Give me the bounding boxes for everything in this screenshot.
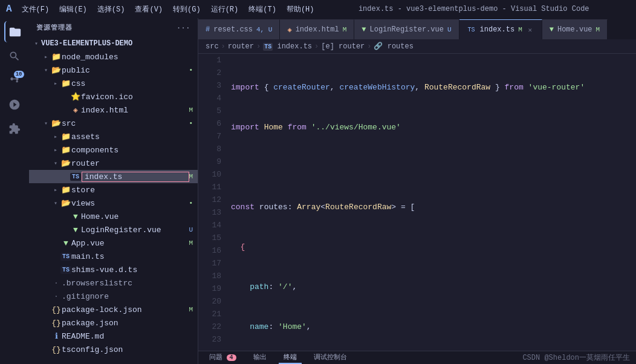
- vue-icon: ▼: [70, 212, 81, 221]
- code-line-5: {: [229, 241, 636, 253]
- sidebar-item-shims[interactable]: TS shims-vue.d.ts: [29, 263, 198, 276]
- status-right: CSDN @Sheldon一莫烟雨任平生: [522, 353, 630, 363]
- search-icon[interactable]: [4, 45, 25, 67]
- expand-arrow: ▾: [41, 120, 51, 127]
- json-icon: {}: [51, 345, 62, 354]
- tab-home-vue[interactable]: ▼ Home.vue M: [542, 19, 608, 39]
- status-tabs: 问题 4 输出 终端 调试控制台: [204, 351, 352, 364]
- sidebar-item-favicon[interactable]: ⭐ favicon.ico: [29, 90, 198, 103]
- file-badge: M: [189, 106, 193, 114]
- explorer-icon[interactable]: [4, 21, 25, 42]
- output-tab[interactable]: 输出: [248, 351, 271, 364]
- menu-select[interactable]: 选择(S): [94, 3, 129, 16]
- html-icon: ◈: [287, 25, 291, 34]
- tab-index-ts[interactable]: TS index.ts M ✕: [459, 19, 542, 39]
- ts-icon: TS: [70, 173, 81, 181]
- file-icon: ·: [51, 279, 62, 288]
- debug-console-tab[interactable]: 调试控制台: [309, 351, 352, 364]
- ts-icon: TS: [60, 266, 71, 274]
- file-badge: M: [189, 173, 193, 180]
- sidebar-item-app-vue[interactable]: ▼ App.vue M: [29, 236, 198, 250]
- folder-icon: 📁: [60, 145, 71, 155]
- file-badge: •: [189, 200, 193, 207]
- sidebar-item-components[interactable]: ▸ 📁 components: [29, 143, 198, 157]
- expand-arrow: ▾: [51, 160, 60, 167]
- sidebar-item-src[interactable]: ▾ 📂 src •: [29, 117, 198, 130]
- extensions-icon[interactable]: [4, 118, 25, 139]
- folder-icon: 📁: [60, 185, 71, 195]
- tab-reset-css[interactable]: # reset.css 4, U: [198, 19, 280, 39]
- vue-icon: ▼: [550, 25, 554, 34]
- menu-run[interactable]: 运行(R): [207, 3, 242, 16]
- file-tree: ▾ VUE3-ELEMENTPLUS-DEMO ▸ 📁 node_modules…: [29, 37, 198, 364]
- problem-count-badge: 4: [227, 354, 236, 361]
- tab-login-vue[interactable]: ▼ LoginRegister.vue U: [354, 19, 459, 39]
- ts-icon: TS: [60, 253, 71, 261]
- file-icon: ·: [51, 292, 62, 301]
- sidebar-item-views[interactable]: ▾ 📂 views •: [29, 197, 198, 210]
- expand-arrow: ▾: [41, 67, 51, 74]
- code-editor[interactable]: 12345 678910 1112131415 1617181920 21222…: [198, 54, 636, 351]
- expand-arrow: ▸: [51, 133, 60, 140]
- vue-icon: ▼: [70, 226, 81, 235]
- sidebar-item-package-json[interactable]: {} package.json: [29, 316, 198, 330]
- window-title: index.ts - vue3-elementplus-demo - Visua…: [359, 5, 589, 13]
- sidebar-item-package-lock[interactable]: {} package-lock.json M: [29, 303, 198, 316]
- vue-icon: ▼: [60, 239, 71, 248]
- line-numbers: 12345 678910 1112131415 1617181920 21222…: [198, 54, 229, 351]
- sidebar-item-main-ts[interactable]: TS main.ts: [29, 250, 198, 263]
- app-logo: A: [6, 4, 12, 15]
- folder-open-icon: 📂: [60, 158, 71, 168]
- code-line-7: name: 'Home',: [229, 320, 636, 333]
- close-tab-button[interactable]: ✕: [526, 25, 534, 34]
- code-line-2: import Home from '../views/Home.vue': [229, 121, 636, 134]
- file-badge: M: [189, 239, 193, 247]
- sidebar-item-router[interactable]: ▾ 📂 router: [29, 157, 198, 170]
- sidebar-item-index-html[interactable]: ◈ index.html M: [29, 103, 198, 117]
- sidebar-item-browserslist[interactable]: · .browserslistrc: [29, 276, 198, 290]
- folder-icon: 📁: [51, 52, 62, 62]
- sidebar-item-gitignore[interactable]: · .gitignore: [29, 290, 198, 303]
- menu-goto[interactable]: 转到(G): [169, 3, 204, 16]
- sidebar-item-readme[interactable]: ℹ README.md: [29, 330, 198, 343]
- menu-bar[interactable]: 文件(F) 编辑(E) 选择(S) 查看(V) 转到(G) 运行(R) 终端(T…: [18, 3, 318, 16]
- terminal-tab[interactable]: 终端: [279, 351, 302, 364]
- sidebar-item-root[interactable]: ▾ VUE3-ELEMENTPLUS-DEMO: [29, 37, 198, 50]
- menu-terminal[interactable]: 终端(T): [245, 3, 280, 16]
- title-bar: A 文件(F) 编辑(E) 选择(S) 查看(V) 转到(G) 运行(R) 终端…: [0, 0, 636, 18]
- source-control-icon[interactable]: 10: [4, 70, 25, 91]
- sidebar-item-css[interactable]: ▸ 📁 css: [29, 77, 198, 90]
- ts-icon: TS: [467, 26, 476, 34]
- code-line-6: path: '/',: [229, 281, 636, 293]
- code-line-3: [229, 161, 636, 174]
- favicon-icon: ⭐: [70, 92, 81, 102]
- sidebar-item-tsconfig[interactable]: {} tsconfig.json: [29, 343, 198, 356]
- sidebar-item-store[interactable]: ▸ 📁 store: [29, 183, 198, 197]
- sidebar: 资源管理器 ··· ▾ VUE3-ELEMENTPLUS-DEMO ▸ 📁 no…: [29, 18, 198, 364]
- menu-help[interactable]: 帮助(H): [283, 3, 318, 16]
- menu-view[interactable]: 查看(V): [131, 3, 166, 16]
- sidebar-item-home-vue[interactable]: ▼ Home.vue: [29, 210, 198, 223]
- run-debug-icon[interactable]: [4, 94, 25, 115]
- sidebar-item-index-ts[interactable]: TS index.ts M: [29, 170, 198, 183]
- folder-icon: 📁: [60, 79, 71, 88]
- tab-index-html[interactable]: ◈ index.html M: [280, 19, 354, 39]
- expand-arrow: ▸: [51, 146, 60, 154]
- problems-tab[interactable]: 问题 4: [204, 351, 241, 364]
- sidebar-menu-button[interactable]: ···: [177, 24, 190, 31]
- sidebar-item-login-vue[interactable]: ▼ LoginRegister.vue U: [29, 223, 198, 236]
- collapse-arrow: ▾: [31, 40, 41, 47]
- sidebar-title: 资源管理器 ···: [29, 18, 198, 37]
- status-bar: 问题 4 输出 终端 调试控制台 CSDN @Sheldon一莫烟雨任平生: [198, 351, 636, 364]
- json-icon: {}: [51, 305, 62, 314]
- menu-file[interactable]: 文件(F): [18, 3, 53, 16]
- sidebar-item-public[interactable]: ▾ 📂 public •: [29, 63, 198, 77]
- menu-edit[interactable]: 编辑(E): [56, 3, 91, 16]
- sidebar-item-assets[interactable]: ▸ 📁 assets: [29, 130, 198, 143]
- activity-bar: 10: [0, 18, 29, 364]
- sidebar-item-node-modules[interactable]: ▸ 📁 node_modules: [29, 50, 198, 63]
- json-icon: {}: [51, 319, 62, 328]
- file-badge: •: [189, 120, 193, 127]
- vue-icon: ▼: [362, 25, 366, 34]
- folder-open-icon: 📂: [51, 119, 62, 128]
